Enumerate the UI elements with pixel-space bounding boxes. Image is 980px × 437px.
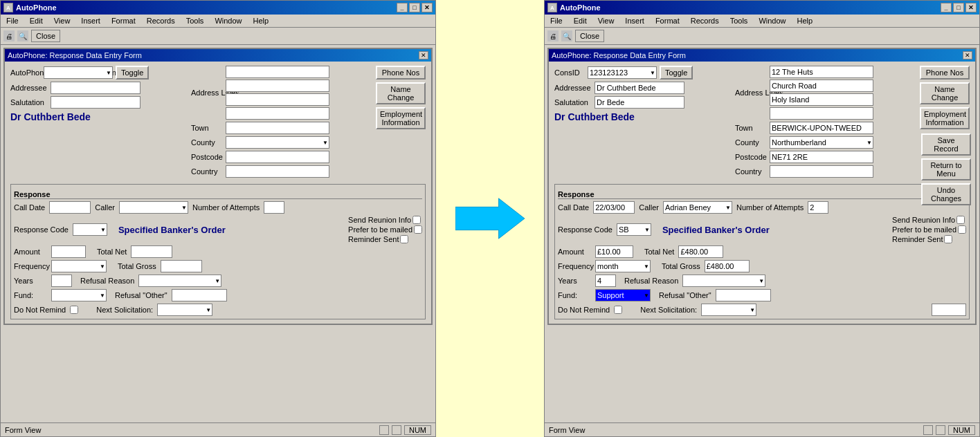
right-name-change-button[interactable]: Name Change <box>920 82 970 104</box>
right-frequency-select[interactable]: month <box>595 260 651 272</box>
response-code-select[interactable] <box>73 223 107 236</box>
right-toggle-button[interactable]: Toggle <box>660 66 693 80</box>
right-reminder-sent-label: Reminder Sent <box>892 235 943 243</box>
send-reunion-checkbox[interactable] <box>412 216 421 224</box>
right-town-input[interactable] <box>770 122 873 134</box>
right-frequency-label: Frequency <box>558 262 591 270</box>
blue-name-row: Dr Cuthbert Bede <box>10 111 187 122</box>
right-cons-id-select[interactable]: 123123123 <box>588 66 657 79</box>
right-menu-view[interactable]: View <box>595 16 617 26</box>
addressee-input[interactable] <box>51 82 140 94</box>
right-send-reunion-checkbox[interactable] <box>956 216 965 224</box>
postcode-input[interactable] <box>226 151 329 163</box>
right-prefer-mailed-checkbox[interactable] <box>958 225 966 234</box>
right-response-code-select[interactable]: SB <box>617 223 651 236</box>
caller-select[interactable] <box>119 201 188 214</box>
menu-view[interactable]: View <box>51 16 73 26</box>
right-menu-file[interactable]: File <box>547 16 565 26</box>
close-window-button[interactable]: ✕ <box>421 3 433 12</box>
address-line-2[interactable] <box>226 80 329 92</box>
employment-info-button[interactable]: Employment Information <box>376 107 426 129</box>
years-input[interactable] <box>51 275 72 287</box>
right-menu-format[interactable]: Format <box>653 16 682 26</box>
reminder-sent-checkbox[interactable] <box>400 235 408 243</box>
right-employment-info-button[interactable]: Employment Information <box>920 107 970 129</box>
right-undo-changes-button[interactable]: Undo Changes <box>921 183 971 205</box>
address-line-1[interactable] <box>226 66 329 78</box>
right-close-button[interactable]: Close <box>575 30 604 42</box>
prefer-mailed-checkbox[interactable] <box>414 225 422 234</box>
form-close-button[interactable]: ✕ <box>419 51 428 59</box>
toggle-button[interactable]: Toggle <box>116 66 149 80</box>
right-menu-help[interactable]: Help <box>795 16 816 26</box>
right-maximize-button[interactable]: □ <box>953 3 964 12</box>
menu-file[interactable]: File <box>3 16 21 26</box>
total-gross-input[interactable] <box>161 260 202 272</box>
right-menu-window[interactable]: Window <box>756 16 788 26</box>
right-years-input[interactable] <box>595 275 616 287</box>
right-call-date-input[interactable] <box>593 201 635 214</box>
country-input[interactable] <box>226 165 329 178</box>
refusal-other-input[interactable] <box>172 289 227 301</box>
call-row: Call Date Caller Number of Attempts <box>14 201 422 214</box>
right-reminder-sent-checkbox[interactable] <box>944 235 952 243</box>
right-address-line-4[interactable] <box>770 107 873 120</box>
right-addressee-input[interactable] <box>595 82 684 94</box>
fund-select[interactable] <box>51 289 107 301</box>
right-undo-input[interactable] <box>932 304 966 316</box>
frequency-select[interactable] <box>51 260 107 272</box>
right-address-line-2[interactable] <box>770 80 873 92</box>
next-solicitation-select[interactable] <box>157 304 212 316</box>
do-not-remind-checkbox[interactable] <box>70 306 78 314</box>
right-minimize-button[interactable]: _ <box>941 3 952 12</box>
minimize-button[interactable]: _ <box>397 3 408 12</box>
right-save-record-button[interactable]: Save Record <box>921 133 971 156</box>
total-net-input[interactable] <box>131 245 172 258</box>
county-select[interactable] <box>226 136 329 149</box>
num-attempts-input[interactable] <box>264 201 284 214</box>
right-country-input[interactable] <box>770 165 873 178</box>
phone-nos-button[interactable]: Phone Nos <box>376 66 426 80</box>
address-line-4[interactable] <box>226 107 329 120</box>
right-refusal-reason-select[interactable] <box>682 275 765 287</box>
right-close-window-button[interactable]: ✕ <box>965 3 977 12</box>
right-num-attempts-input[interactable] <box>808 201 828 214</box>
right-salutation-input[interactable] <box>595 96 684 109</box>
right-fund-select[interactable]: Support <box>595 289 651 301</box>
right-address-line-3[interactable] <box>770 93 873 106</box>
right-menu-tools[interactable]: Tools <box>727 16 751 26</box>
right-total-net-input[interactable] <box>678 245 723 258</box>
name-change-button[interactable]: Name Change <box>376 82 426 104</box>
right-total-gross-input[interactable] <box>705 260 750 272</box>
right-postcode-input[interactable] <box>770 151 873 163</box>
refusal-reason-select[interactable] <box>138 275 221 287</box>
menu-records[interactable]: Records <box>144 16 178 26</box>
right-county-select[interactable]: Northumberland <box>770 136 873 149</box>
right-address-line-1[interactable] <box>770 66 873 78</box>
right-menu-edit[interactable]: Edit <box>571 16 590 26</box>
right-menu-insert[interactable]: Insert <box>622 16 647 26</box>
right-do-not-remind-checkbox[interactable] <box>614 306 622 314</box>
right-form-close-button[interactable]: ✕ <box>963 51 972 59</box>
maximize-button[interactable]: □ <box>409 3 420 12</box>
amount-input[interactable] <box>51 245 86 258</box>
right-refusal-other-input[interactable] <box>716 289 771 301</box>
cons-id-select[interactable] <box>44 66 113 79</box>
menu-insert[interactable]: Insert <box>78 16 103 26</box>
right-caller-select[interactable]: Adrian Beney <box>663 201 732 214</box>
call-date-input[interactable] <box>49 201 91 214</box>
address-line-3[interactable] <box>226 93 329 106</box>
right-amount-input[interactable] <box>595 245 633 258</box>
right-next-solicitation-select[interactable] <box>701 304 756 316</box>
right-return-to-menu-button[interactable]: Return to Menu <box>921 158 971 180</box>
menu-help[interactable]: Help <box>251 16 272 26</box>
menu-edit[interactable]: Edit <box>27 16 46 26</box>
right-menu-records[interactable]: Records <box>688 16 722 26</box>
menu-format[interactable]: Format <box>109 16 138 26</box>
menu-window[interactable]: Window <box>212 16 244 26</box>
menu-tools[interactable]: Tools <box>183 16 207 26</box>
salutation-input[interactable] <box>51 96 140 109</box>
close-button[interactable]: Close <box>31 30 60 42</box>
right-phone-nos-button[interactable]: Phone Nos <box>920 66 970 80</box>
town-input[interactable] <box>226 122 329 134</box>
